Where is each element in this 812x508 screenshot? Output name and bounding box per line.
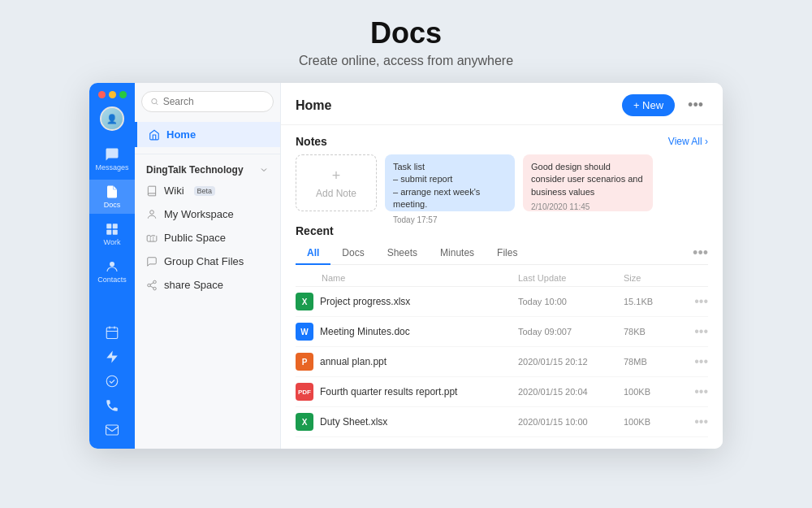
search-input[interactable] [163, 96, 265, 107]
sidebar-item-contacts[interactable]: Contacts [89, 254, 135, 289]
table-row: X Duty Sheet.xlsx 2020/01/15 10:00 100KB… [296, 407, 708, 437]
notes-grid: + Add Note Task list – submit report – a… [296, 154, 708, 211]
file-icon-4: X [296, 413, 313, 431]
svg-point-4 [110, 262, 114, 267]
search-icon [150, 97, 159, 106]
file-size-4: 100KB [624, 417, 689, 427]
sidebar-item-work[interactable]: Work [89, 217, 135, 251]
new-button[interactable]: + New [622, 94, 675, 116]
tab-all[interactable]: All [296, 242, 330, 265]
chevron-down-icon [259, 165, 269, 175]
file-icon-1: W [296, 323, 313, 341]
file-date-4: 2020/01/15 10:00 [518, 417, 624, 427]
sidebar-item-share[interactable]: share Space [135, 273, 280, 297]
svg-point-10 [153, 280, 157, 284]
share-icon [146, 280, 158, 291]
file-name-1: Meeting Minutes.doc [320, 326, 410, 337]
svg-rect-5 [106, 328, 118, 339]
file-name-2: annual plan.ppt [320, 356, 387, 367]
main-header: Home + New ••• [281, 83, 723, 125]
file-name-0: Project progress.xlsx [320, 296, 410, 307]
nav-item-home[interactable]: Home [135, 122, 280, 147]
check-icon-btn[interactable] [105, 374, 119, 392]
svg-rect-2 [106, 230, 111, 235]
lightning-icon-btn[interactable] [105, 350, 119, 367]
phone-icon-btn[interactable] [105, 398, 119, 416]
contacts-label: Contacts [97, 276, 127, 284]
sidebar-item-wiki[interactable]: Wiki Beta [135, 179, 280, 202]
file-more-3[interactable]: ••• [689, 384, 708, 399]
sidebar-nav: Home [135, 119, 280, 150]
table-row: W Meeting Minutes.doc Today 09:007 78KB … [296, 317, 708, 347]
public-icon [146, 232, 158, 244]
file-date-0: Today 10:00 [518, 297, 624, 306]
page-subtitle: Create online, access from anywhere [299, 54, 513, 68]
svg-point-9 [150, 210, 154, 214]
sidebar-item-public[interactable]: Public Space [135, 226, 280, 250]
sidebar-section-title: DingTalk Technology [135, 158, 280, 179]
view-all-button[interactable]: View All › [668, 136, 708, 147]
header-actions: + New ••• [622, 94, 708, 116]
tab-sheets[interactable]: Sheets [376, 242, 429, 265]
sidebar-item-docs[interactable]: Docs [89, 180, 135, 214]
sidebar-item-group[interactable]: Group Chat Files [135, 250, 280, 273]
file-size-0: 15.1KB [624, 297, 689, 306]
note-card-2[interactable]: Good design should consider user scenari… [523, 154, 653, 211]
notes-title: Notes [296, 135, 327, 148]
sidebar-divider [135, 154, 280, 154]
table-row: X Project progress.xlsx Today 10:00 15.1… [296, 287, 708, 317]
file-icon-3: PDF [296, 383, 313, 401]
tab-docs[interactable]: Docs [330, 242, 375, 265]
app-window: 👤 Messages Docs Work [89, 83, 723, 449]
notes-header: Notes View All › [296, 135, 708, 148]
home-icon [149, 129, 160, 141]
file-more-0[interactable]: ••• [689, 294, 708, 309]
table-row: P annual plan.ppt 2020/01/15 20:12 78MB … [296, 347, 708, 377]
file-date-1: Today 09:007 [518, 327, 624, 336]
file-more-2[interactable]: ••• [689, 354, 708, 369]
table-row: PDF Fourth quarter results report.ppt 20… [296, 377, 708, 407]
add-note-label: Add Note [316, 188, 356, 199]
note-content-2: Good design should consider user scenari… [531, 161, 645, 198]
notes-section: Notes View All › + Add Note Task list – … [281, 125, 723, 218]
mail-icon-btn[interactable] [105, 423, 119, 441]
sidebar-item-messages[interactable]: Messages [89, 142, 135, 176]
tab-minutes[interactable]: Minutes [429, 242, 486, 265]
svg-point-11 [148, 284, 151, 287]
file-date-2: 2020/01/15 20:12 [518, 357, 624, 367]
note-timestamp-2: 2/10/2020 11:45 [531, 202, 645, 213]
docs-icon [105, 185, 119, 199]
file-name-3: Fourth quarter results report.ppt [320, 386, 457, 397]
wiki-icon [146, 185, 158, 197]
messages-icon [105, 147, 119, 162]
work-label: Work [104, 238, 121, 246]
add-note-button[interactable]: + Add Note [296, 154, 377, 211]
main-content: Home + New ••• Notes View All › + Add No… [281, 83, 723, 449]
calendar-icon-btn[interactable] [105, 325, 119, 343]
avatar[interactable]: 👤 [100, 106, 124, 131]
docs-label: Docs [104, 201, 121, 209]
search-bar[interactable] [141, 91, 274, 112]
svg-rect-1 [113, 224, 118, 228]
svg-point-6 [106, 376, 118, 387]
page-header: Docs Create online, access from anywhere [299, 16, 513, 68]
note-content-1: Task list – submit report – arrange next… [393, 161, 507, 211]
traffic-light-yellow[interactable] [109, 91, 116, 98]
traffic-light-red[interactable] [98, 91, 106, 98]
tab-files[interactable]: Files [486, 242, 529, 265]
more-options-button[interactable]: ••• [683, 95, 708, 115]
group-icon [146, 256, 158, 267]
sidebar-item-workspace[interactable]: My Workspace [135, 202, 280, 226]
file-more-1[interactable]: ••• [689, 324, 708, 339]
file-icon-0: X [296, 293, 313, 310]
note-card-1[interactable]: Task list – submit report – arrange next… [385, 154, 515, 211]
file-icon-2: P [296, 353, 313, 371]
svg-rect-7 [106, 425, 119, 435]
svg-rect-3 [113, 230, 118, 235]
svg-point-8 [152, 98, 157, 103]
file-more-4[interactable]: ••• [689, 415, 708, 429]
traffic-lights [98, 91, 127, 98]
traffic-light-green[interactable] [119, 91, 127, 98]
tabs-more-button[interactable]: ••• [693, 245, 708, 262]
file-date-3: 2020/01/15 20:04 [518, 387, 624, 397]
